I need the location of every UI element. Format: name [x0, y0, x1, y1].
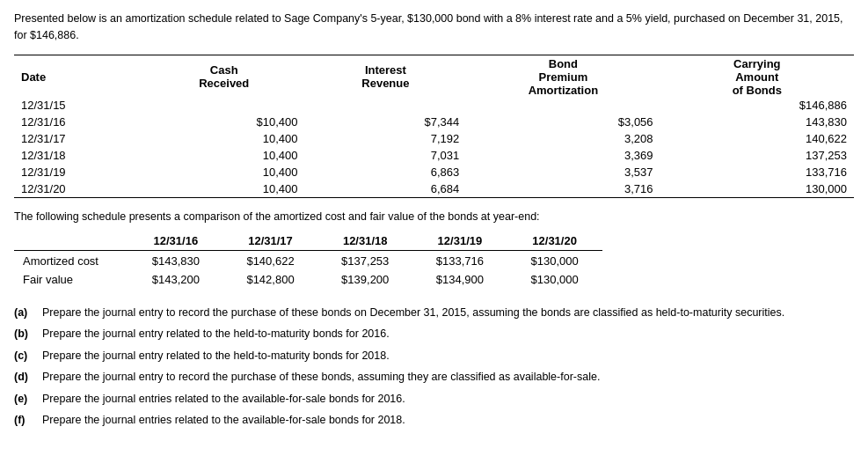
question-text: Prepare the journal entry related to the… [42, 346, 854, 366]
question-label: (a) [14, 303, 42, 323]
question-row: (f)Prepare the journal entries related t… [14, 410, 854, 430]
question-text: Prepare the journal entry related to the… [42, 324, 854, 344]
amort-table-row: 12/31/16$10,400$7,344$3,056143,830 [14, 114, 854, 130]
question-row: (a)Prepare the journal entry to record t… [14, 303, 854, 323]
amortization-table: Date CashReceived InterestRevenue BondPr… [14, 55, 854, 198]
comparison-table: 12/31/1612/31/1712/31/1812/31/1912/31/20… [14, 232, 602, 289]
amort-table-row: 12/31/15$146,886 [14, 97, 854, 114]
question-label: (c) [14, 346, 42, 366]
col-cash: CashReceived [143, 55, 305, 97]
question-row: (b)Prepare the journal entry related to … [14, 324, 854, 344]
question-text: Prepare the journal entries related to t… [42, 389, 854, 409]
question-row: (c)Prepare the journal entry related to … [14, 346, 854, 366]
question-label: (f) [14, 410, 42, 430]
col-bond: BondPremiumAmortization [466, 55, 660, 97]
amort-table-row: 12/31/2010,4006,6843,716130,000 [14, 180, 854, 198]
question-label: (d) [14, 367, 42, 387]
question-text: Prepare the journal entry to record the … [42, 303, 854, 323]
comp-table-header: 12/31/1612/31/1712/31/1812/31/1912/31/20 [14, 232, 602, 251]
questions-section: (a)Prepare the journal entry to record t… [14, 303, 854, 430]
amort-table-row: 12/31/1710,4007,1923,208140,622 [14, 130, 854, 147]
comp-table-row: Amortized cost$143,830$140,622$137,253$1… [14, 250, 602, 270]
amort-table-row: 12/31/1810,4007,0313,369137,253 [14, 147, 854, 164]
question-label: (b) [14, 324, 42, 344]
mid-text: The following schedule presents a compar… [14, 210, 854, 223]
question-row: (e)Prepare the journal entries related t… [14, 389, 854, 409]
comp-table-row: Fair value$143,200$142,800$139,200$134,9… [14, 270, 602, 289]
question-label: (e) [14, 389, 42, 409]
col-carrying: CarryingAmountof Bonds [660, 55, 854, 97]
question-row: (d)Prepare the journal entry to record t… [14, 367, 854, 387]
intro-text: Presented below is an amortization sched… [14, 11, 854, 44]
amort-table-row: 12/31/1910,4006,8633,537133,716 [14, 164, 854, 180]
col-date: Date [14, 55, 143, 97]
question-text: Prepare the journal entries related to t… [42, 410, 854, 430]
col-interest: InterestRevenue [305, 55, 467, 97]
question-text: Prepare the journal entry to record the … [42, 367, 854, 387]
